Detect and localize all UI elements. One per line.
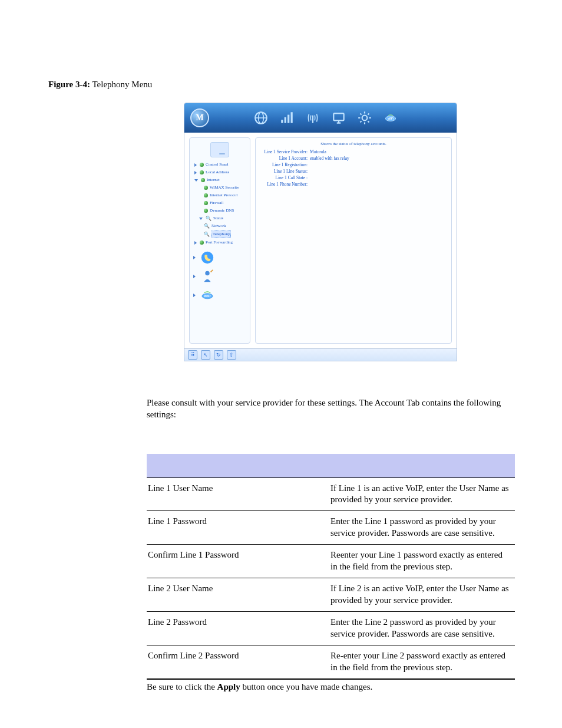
svg-line-18: [360, 121, 361, 122]
sidebar-item-network[interactable]: 🔍Network: [191, 222, 249, 230]
table-row: Line 1 Password Enter the Line 1 passwor…: [147, 511, 515, 545]
monitor-icon[interactable]: [330, 109, 348, 127]
figure-caption: Figure 3-4: Telephony Menu: [48, 80, 515, 90]
kv-row: Line 1 Line Status:: [260, 168, 447, 174]
sidebar-item-firewall[interactable]: Firewall: [191, 199, 249, 207]
main-pane: Shows the status of telephony accounts. …: [255, 137, 452, 344]
svg-rect-6: [291, 112, 293, 123]
intro-paragraph: Please consult with your service provide…: [147, 397, 515, 421]
sidebar-item-control-panel[interactable]: Control Panel: [191, 161, 249, 169]
person-icon: [199, 269, 216, 284]
sidebar: Control Panel Local Address Internet WiM…: [189, 137, 250, 344]
svg-rect-4: [285, 117, 286, 123]
sidebar-top-icon: [191, 142, 249, 157]
phone-icon: [199, 250, 216, 265]
app-footer: ⠿ ↖ ↻ ⇧: [184, 348, 457, 361]
grid-icon[interactable]: ⠿: [188, 350, 197, 360]
closing-note: Be sure to click the Apply button once y…: [147, 680, 515, 692]
kv-row: Line 1 Registration:: [260, 162, 447, 168]
refresh-icon[interactable]: ↻: [214, 350, 223, 360]
settings-table: Line 1 User Name If Line 1 is an active …: [147, 454, 515, 680]
magnifier-icon: 🔍: [204, 231, 210, 238]
signal-icon[interactable]: [278, 109, 296, 127]
sidebar-section-person[interactable]: [193, 269, 249, 284]
kv-row: Line 1 Call State :: [260, 174, 447, 181]
arrow-nw-icon[interactable]: ↖: [201, 350, 210, 360]
table-row: Confirm Line 2 Password Re-enter your Li…: [147, 645, 515, 678]
magnifier-icon: 🔍: [206, 215, 211, 222]
table-row: Line 2 Password Enter the Line 2 passwor…: [147, 612, 515, 645]
figure-title: Telephony Menu: [92, 80, 152, 89]
figure-label: Figure 3-4:: [48, 80, 90, 89]
svg-rect-5: [287, 115, 289, 123]
arrow-up-icon[interactable]: ⇧: [227, 350, 236, 360]
sidebar-item-telephony[interactable]: 🔍Telephony: [191, 230, 249, 239]
magnifier-icon: 🔍: [204, 223, 210, 229]
svg-rect-8: [333, 113, 343, 120]
sidebar-item-local-address[interactable]: Local Address: [191, 169, 249, 176]
svg-line-19: [368, 113, 369, 114]
logo-icon: M: [190, 108, 209, 127]
sidebar-item-wimax-security[interactable]: WiMAX Security: [191, 184, 249, 192]
status-text: Shows the status of telephony accounts.: [260, 141, 447, 146]
kv-row: Line 1 Account:enabled with fax relay: [260, 155, 447, 162]
sidebar-section-phone[interactable]: [193, 250, 249, 265]
svg-text:WiFi: WiFi: [204, 294, 211, 298]
table-row: Line 1 User Name If Line 1 is an active …: [147, 477, 515, 511]
svg-point-23: [205, 271, 209, 275]
screenshot-panel: M: [184, 103, 457, 361]
sidebar-section-wifi[interactable]: WiFi: [193, 288, 249, 303]
sidebar-item-internet[interactable]: Internet: [191, 176, 249, 184]
svg-line-17: [368, 121, 369, 122]
antenna-icon[interactable]: [304, 109, 322, 127]
table-row: Line 2 User Name If Line 2 is an active …: [147, 578, 515, 612]
logo-letter: M: [196, 113, 203, 123]
wifi-icon[interactable]: WiFi: [382, 109, 399, 127]
gear-icon[interactable]: [356, 109, 373, 127]
table-header-bar: [147, 454, 515, 478]
sidebar-item-dynamic-dns[interactable]: Dynamic DNS: [191, 207, 249, 215]
kv-row: Line 1 Phone Number:: [260, 181, 447, 187]
svg-point-11: [362, 116, 368, 121]
app-header: M: [184, 103, 457, 133]
sidebar-item-port-forwarding[interactable]: Port Forwarding: [191, 239, 249, 246]
table-row: Confirm Line 1 Password Reenter your Lin…: [147, 545, 515, 578]
kv-row: Line 1 Service Provider:Motorola: [260, 149, 447, 155]
wifi-badge-icon: WiFi: [199, 288, 216, 303]
sidebar-item-status[interactable]: 🔍Status: [191, 215, 249, 222]
svg-rect-3: [281, 120, 283, 123]
svg-text:WiFi: WiFi: [388, 117, 394, 120]
svg-line-24: [211, 270, 213, 272]
sidebar-item-internet-protocol[interactable]: Internet Protocol: [191, 192, 249, 199]
globe-icon[interactable]: [252, 109, 270, 127]
svg-line-16: [360, 113, 361, 114]
